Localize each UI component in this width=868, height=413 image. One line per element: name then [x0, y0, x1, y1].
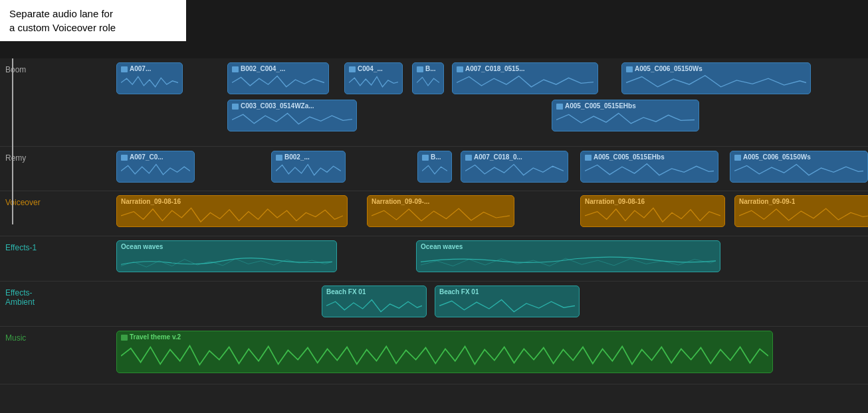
clip-remy-6[interactable]: A005_C006_05150Ws: [730, 151, 868, 183]
clip-vo-3[interactable]: Narration_09-08-16: [580, 195, 725, 227]
timeline: Boom A007... B002_C004_... C004_... B...…: [0, 58, 868, 413]
lane-content-boom: A007... B002_C004_... C004_... B... A007…: [53, 62, 868, 142]
lane-content-remy: A007_C0... B002_... B... A007_C018_0... …: [53, 151, 868, 187]
lane-music: Music Travel theme v.2: [0, 327, 868, 384]
lane-effects1: Effects-1 Ocean waves Ocean waves: [0, 236, 868, 282]
clip-boom-2[interactable]: B002_C004_...: [227, 62, 329, 94]
clip-boom-3[interactable]: C004_...: [344, 62, 403, 94]
lane-remy: Remy A007_C0... B002_... B... A007_C018_…: [0, 147, 868, 191]
clip-boom-1[interactable]: A007...: [116, 62, 183, 94]
lane-label-effects-ambient: Effects-Ambient: [0, 286, 53, 307]
clip-boom-7[interactable]: C003_C003_0514WZa...: [227, 100, 357, 131]
clip-ambient-2[interactable]: Beach FX 01: [435, 286, 580, 317]
lane-boom: Boom A007... B002_C004_... C004_... B...…: [0, 58, 868, 147]
clip-remy-1[interactable]: A007_C0...: [116, 151, 195, 183]
lane-voiceover: Voiceover Narration_09-08-16 Narration_0…: [0, 191, 868, 236]
clip-remy-3[interactable]: B...: [417, 151, 452, 183]
vertical-line: [12, 58, 13, 224]
lane-label-music: Music: [0, 331, 53, 343]
lane-label-boom: Boom: [0, 62, 53, 74]
clip-ambient-1[interactable]: Beach FX 01: [322, 286, 427, 317]
clip-remy-4[interactable]: A007_C018_0...: [461, 151, 568, 183]
lane-content-effects1: Ocean waves Ocean waves: [53, 240, 868, 276]
clip-vo-4[interactable]: Narration_09-09-1: [734, 195, 868, 227]
clip-boom-6[interactable]: A005_C006_05150Ws: [621, 62, 811, 94]
clip-effects1-2[interactable]: Ocean waves: [416, 240, 720, 272]
lane-label-effects1: Effects-1: [0, 240, 53, 252]
lane-content-effects-ambient: Beach FX 01 Beach FX 01: [53, 286, 868, 321]
clip-vo-1[interactable]: Narration_09-08-16: [116, 195, 348, 227]
clip-effects1-1[interactable]: Ocean waves: [116, 240, 337, 272]
lane-label-remy: Remy: [0, 151, 53, 163]
lane-content-voiceover: Narration_09-08-16 Narration_09-09-... N…: [53, 195, 868, 231]
annotation-text: Separate audio lane for: [9, 8, 113, 19]
clip-boom-5[interactable]: A007_C018_0515...: [452, 62, 598, 94]
clip-boom-4[interactable]: B...: [412, 62, 444, 94]
annotation-text2: a custom Voiceover role: [9, 22, 116, 33]
clip-vo-2[interactable]: Narration_09-09-...: [367, 195, 514, 227]
clip-boom-8[interactable]: A005_C005_0515EHbs: [552, 100, 699, 131]
clip-remy-2[interactable]: B002_...: [271, 151, 346, 183]
lane-content-music: Travel theme v.2: [53, 331, 868, 380]
clip-remy-5[interactable]: A005_C005_0515EHbs: [580, 151, 718, 183]
lane-label-voiceover: Voiceover: [0, 195, 53, 207]
lane-effects-ambient: Effects-Ambient Beach FX 01 Beach FX 01: [0, 282, 868, 327]
clip-music-1[interactable]: Travel theme v.2: [116, 331, 773, 373]
annotation-box: Separate audio lane for a custom Voiceov…: [0, 0, 186, 41]
